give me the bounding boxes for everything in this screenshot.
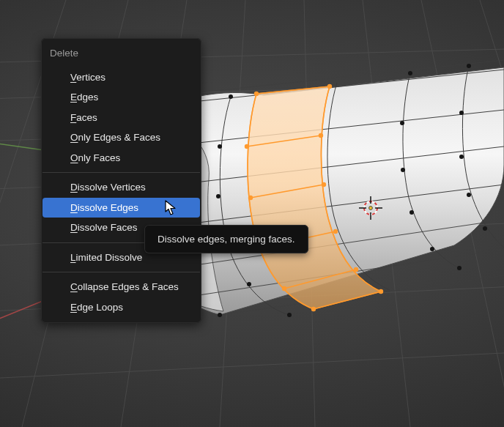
menu-item-label: Dissolve Edges [70,202,138,213]
svg-point-41 [467,193,471,197]
menu-item-only-faces[interactable]: Only Faces [42,148,200,168]
tooltip-text: Dissolve edges, merging faces. [158,234,295,245]
svg-point-48 [311,307,316,311]
delete-context-menu[interactable]: Delete VerticesEdgesFacesOnly Edges & Fa… [41,38,201,323]
svg-point-54 [379,289,383,294]
svg-point-25 [218,313,222,317]
menu-item-faces[interactable]: Faces [42,108,200,128]
svg-point-36 [430,247,434,251]
svg-point-47 [282,286,286,291]
menu-item-label: Dissolve Vertices [70,182,146,193]
menu-item-collapse-edges-faces[interactable]: Collapse Edges & Faces [42,277,200,297]
menu-item-dissolve-edges[interactable]: Dissolve Edges [42,198,200,218]
svg-point-40 [459,155,464,159]
svg-point-50 [319,133,323,138]
svg-point-38 [467,64,471,68]
svg-point-33 [400,121,404,125]
menu-item-label: Edge Loops [70,302,123,313]
menu-item-edges[interactable]: Edges [42,87,200,108]
menu-separator [42,272,200,272]
menu-item-label: Collapse Edges & Faces [70,281,179,292]
svg-point-45 [248,196,253,200]
svg-point-44 [245,144,249,149]
menu-item-label: Edges [70,92,98,103]
svg-point-30 [247,282,251,286]
menu-item-dissolve-vertices[interactable]: Dissolve Vertices [42,177,200,198]
svg-point-26 [229,94,233,99]
svg-point-52 [333,229,338,234]
tooltip: Dissolve edges, merging faces. [144,225,308,253]
svg-point-49 [327,84,332,89]
menu-item-label: Vertices [70,72,105,83]
menu-title: Delete [42,40,200,66]
svg-line-6 [0,349,504,382]
svg-point-34 [401,168,405,172]
svg-point-32 [408,71,412,75]
svg-point-35 [410,210,414,215]
menu-item-label: Faces [70,112,97,123]
svg-point-28 [216,194,220,198]
menu-separator [42,172,200,173]
svg-point-37 [457,266,462,270]
menu-item-label: Only Faces [70,152,120,163]
svg-point-27 [218,144,222,149]
menu-item-only-edges-faces[interactable]: Only Edges & Faces [42,127,200,148]
svg-point-57 [369,207,373,210]
svg-point-39 [459,111,464,115]
menu-item-label: Limited Dissolve [70,252,142,263]
menu-item-vertices[interactable]: Vertices [42,67,200,88]
menu-item-edge-loops[interactable]: Edge Loops [42,297,200,318]
svg-point-53 [354,267,358,272]
svg-point-31 [287,313,292,317]
menu-item-label: Dissolve Faces [70,222,138,233]
svg-point-42 [483,226,487,231]
svg-line-17 [0,143,44,150]
svg-point-43 [254,92,259,96]
menu-item-label: Only Edges & Faces [70,132,160,143]
menu-title-label: Delete [50,48,78,59]
svg-point-51 [322,182,326,187]
